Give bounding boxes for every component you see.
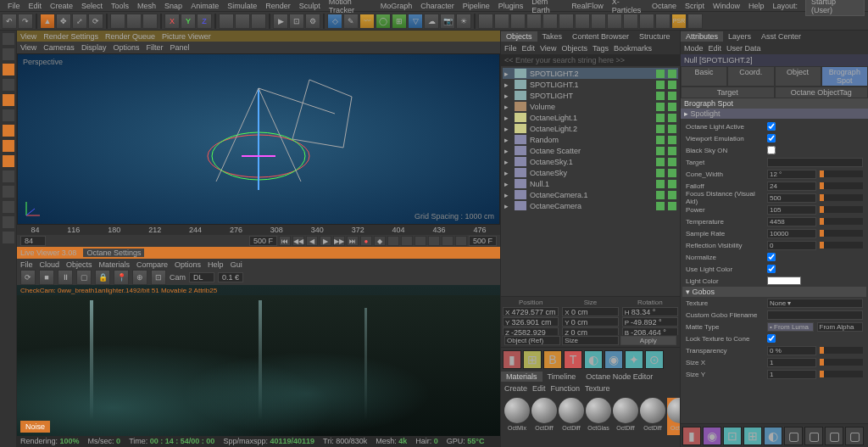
ai-1[interactable]: ▮ (682, 427, 701, 445)
pen-button[interactable]: ✎ (343, 14, 359, 29)
timeline-ruler[interactable]: 84116180212244276308340372404436476 (17, 225, 500, 235)
lv-refresh-button[interactable]: ⟳ (20, 270, 36, 285)
vis-tag2[interactable] (668, 125, 676, 133)
pos-x[interactable]: X 4729.577 cm (503, 307, 559, 316)
tab-attributes[interactable]: Attributes (681, 31, 723, 42)
vis-tag[interactable] (656, 191, 665, 199)
vis-tag2[interactable] (668, 136, 676, 144)
lvm-gui[interactable]: Gui (231, 260, 242, 269)
vis-tag[interactable] (656, 136, 665, 144)
btab-target[interactable]: Target (681, 87, 775, 98)
param-checkbox[interactable] (767, 122, 776, 131)
scale-button[interactable]: ⤢ (72, 14, 87, 29)
menu-demearth[interactable]: Dem Earth (527, 0, 567, 14)
vis-tag[interactable] (656, 202, 665, 210)
lvm-objects[interactable]: Objects (66, 260, 92, 269)
lb-1[interactable] (2, 32, 15, 46)
tree-item-10[interactable]: ▸Null.1 (503, 178, 678, 189)
menu-motiontracker[interactable]: Motion Tracker (325, 0, 376, 14)
ai-7[interactable]: ▢ (804, 427, 823, 445)
lv-pause-button[interactable]: ⏸ (58, 270, 73, 285)
tl-a3[interactable] (415, 236, 426, 246)
ai-6[interactable]: ▢ (784, 427, 803, 445)
ai-3[interactable]: ⊡ (723, 427, 742, 445)
menu-help[interactable]: Help (744, 2, 769, 10)
vpm-panel[interactable]: Panel (170, 43, 189, 52)
vp-tab-view[interactable]: View (20, 32, 36, 41)
vis-tag2[interactable] (668, 158, 676, 166)
menu-character[interactable]: Character (416, 2, 459, 10)
size-y[interactable]: Y 0 cm (562, 317, 618, 327)
param-value[interactable]: 105 (767, 205, 816, 215)
lv-frame-button[interactable]: ▢ (76, 270, 92, 285)
param-checkbox[interactable] (767, 253, 776, 261)
tl-prev-button[interactable]: ◀◀ (292, 236, 304, 246)
att-subsection[interactable]: ▸ Spotlight (681, 109, 868, 119)
vis-tag[interactable] (656, 81, 665, 89)
tree-item-6[interactable]: ▸Random (503, 134, 678, 145)
menu-mograph[interactable]: MoGraph (376, 2, 417, 10)
tl-a1[interactable] (387, 236, 399, 246)
vpm-options[interactable]: Options (113, 43, 139, 52)
vis-tag2[interactable] (668, 180, 676, 188)
bi-5[interactable]: ◐ (584, 350, 603, 369)
param-dropdown[interactable]: None ▾ (767, 299, 863, 308)
vis-tag2[interactable] (668, 169, 676, 177)
menu-snap[interactable]: Snap (160, 2, 186, 10)
tl-a4[interactable] (428, 236, 440, 246)
tree-item-9[interactable]: ▸OctaneSky (503, 167, 678, 178)
tl-a2[interactable] (401, 236, 413, 246)
ai-8[interactable]: ▢ (825, 427, 843, 445)
cube-button[interactable]: ◇ (327, 14, 342, 29)
tree-item-3[interactable]: ▸Volume (503, 101, 678, 112)
menu-window[interactable]: Window (709, 2, 744, 10)
rot-p[interactable]: P -49.892 ° (622, 317, 678, 327)
tab-content[interactable]: Content Browser (567, 31, 634, 42)
param-checkbox[interactable] (767, 146, 776, 154)
tab-layers[interactable]: Layers (723, 31, 756, 42)
param-slider[interactable] (820, 194, 864, 201)
spline-button[interactable]: 〰 (359, 14, 375, 29)
menu-simulate[interactable]: Simulate (223, 2, 261, 10)
tb-14[interactable] (591, 14, 606, 29)
tab-objects[interactable]: Objects (501, 31, 537, 42)
tb-1[interactable] (110, 14, 125, 29)
lb-model[interactable] (2, 63, 15, 76)
btab-octanetag[interactable]: Octane ObjectTag (775, 87, 869, 98)
tl-cur-field[interactable]: 500 F (249, 236, 277, 246)
menu-script[interactable]: Script (681, 2, 709, 10)
vis-tag[interactable] (656, 147, 665, 155)
render-button[interactable]: ▶ (273, 14, 288, 29)
om-view[interactable]: View (540, 44, 556, 53)
lb-9[interactable] (2, 231, 15, 244)
vpm-cameras[interactable]: Cameras (43, 43, 75, 52)
vpm-filter[interactable]: Filter (146, 43, 163, 52)
lvm-compare[interactable]: Compare (136, 260, 168, 269)
axis-y-button[interactable]: Y (181, 14, 196, 29)
array-button[interactable]: ⊞ (392, 14, 407, 29)
menu-edit[interactable]: Edit (25, 2, 47, 10)
tree-item-4[interactable]: ▸OctaneLight.1 (503, 112, 678, 123)
btab-basic[interactable]: Basic (681, 66, 727, 87)
bi-1[interactable]: ▮ (503, 350, 521, 369)
param-slider[interactable] (820, 218, 864, 225)
am-userdata[interactable]: User Data (726, 44, 761, 53)
render-view[interactable]: CheckCam: 0ww_breath1anlighter.1492/bit … (17, 285, 500, 435)
objref-dropdown[interactable]: Object (Ref) (504, 336, 560, 345)
param-slider[interactable] (820, 347, 864, 354)
tb-12[interactable] (559, 14, 574, 29)
param-value[interactable]: 1 (767, 370, 816, 379)
tb-19[interactable] (687, 14, 703, 29)
vis-tag[interactable] (656, 125, 665, 133)
light-button[interactable]: ☀ (456, 14, 471, 29)
vis-tag[interactable] (656, 70, 665, 78)
lv-pin-button[interactable]: 📍 (114, 270, 129, 285)
vis-tag2[interactable] (668, 92, 676, 100)
param-field[interactable] (767, 310, 863, 320)
ai-4[interactable]: ⊞ (743, 427, 762, 445)
undo-button[interactable]: ↶ (2, 14, 17, 29)
tl-back-button[interactable]: ◀ (306, 236, 318, 246)
tl-play-button[interactable]: ▶ (320, 236, 331, 246)
color-swatch[interactable] (767, 277, 801, 285)
param-value[interactable]: 500 (767, 193, 816, 203)
